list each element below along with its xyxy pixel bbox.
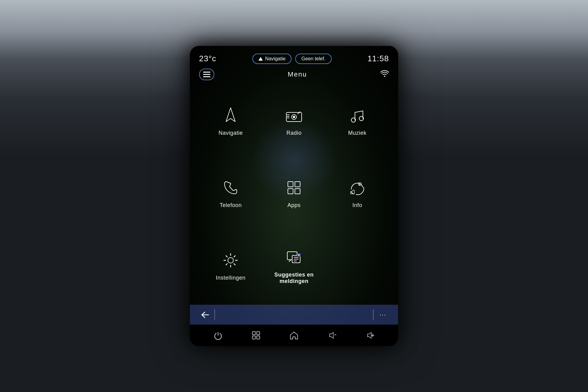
music-icon — [347, 105, 368, 126]
svg-rect-26 — [252, 336, 255, 339]
nav-arrow-icon — [258, 57, 263, 61]
svg-rect-25 — [257, 332, 260, 335]
navigatie-label: Navigatie — [219, 130, 243, 136]
more-button[interactable]: ··· — [374, 305, 392, 325]
svg-rect-27 — [257, 336, 260, 339]
muziek-label: Muziek — [348, 130, 367, 136]
menu-item-suggesties[interactable]: ! Suggesties enmeldingen — [262, 229, 326, 302]
dashboard-background: 23°c Navigatie Geen telef. 11:58 — [0, 0, 588, 392]
power-button[interactable] — [213, 331, 223, 340]
svg-rect-2 — [203, 76, 210, 77]
infotainment-screen: 23°c Navigatie Geen telef. 11:58 — [190, 46, 398, 346]
phone-button[interactable]: Geen telef. — [295, 54, 331, 64]
svg-text:!: ! — [298, 254, 299, 257]
info-icon: i — [347, 177, 368, 198]
more-dots: ··· — [379, 311, 386, 318]
svg-point-6 — [293, 116, 295, 118]
wifi-icon — [380, 70, 389, 79]
top-bar: 23°c Navigatie Geen telef. 11:58 — [190, 46, 398, 67]
menu-item-radio[interactable]: Radio — [262, 84, 326, 157]
menu-item-info[interactable]: i Info — [326, 157, 389, 229]
home-button[interactable] — [289, 331, 299, 340]
phone-icon — [220, 177, 241, 198]
apps-icon — [283, 177, 305, 198]
navigation-button[interactable]: Navigatie — [252, 54, 292, 64]
menu-item-telefoon[interactable]: Telefoon — [199, 157, 262, 229]
top-nav-buttons: Navigatie Geen telef. — [252, 54, 332, 64]
settings-icon — [220, 250, 241, 271]
menu-title: Menu — [288, 70, 307, 78]
bottom-strip: ··· — [190, 305, 398, 325]
telefoon-label: Telefoon — [220, 202, 242, 209]
main-menu-grid: Navigatie — [190, 81, 398, 305]
navigation-icon — [220, 105, 241, 126]
svg-text:i: i — [359, 183, 360, 186]
temperature-display: 23°c — [199, 54, 216, 63]
strip-middle — [215, 305, 373, 325]
svg-rect-14 — [295, 182, 300, 187]
svg-rect-13 — [288, 182, 293, 187]
instellingen-label: Instellingen — [216, 275, 246, 281]
svg-rect-15 — [288, 189, 293, 194]
radio-label: Radio — [286, 130, 302, 136]
hamburger-button[interactable] — [199, 69, 214, 80]
back-button[interactable] — [196, 305, 214, 325]
menu-item-muziek[interactable]: Muziek — [326, 84, 389, 157]
hamburger-icon — [203, 72, 210, 77]
volume-up-button[interactable] — [365, 331, 375, 340]
svg-rect-0 — [203, 72, 210, 73]
svg-point-19 — [228, 258, 233, 263]
phone-button-label: Geen telef. — [301, 56, 325, 62]
volume-down-button[interactable] — [327, 331, 337, 340]
svg-point-3 — [384, 76, 385, 77]
apps-label: Apps — [287, 202, 300, 209]
svg-rect-24 — [252, 332, 255, 335]
empty-cell — [326, 229, 389, 302]
menu-item-apps[interactable]: Apps — [262, 157, 326, 229]
navigation-button-label: Navigatie — [265, 56, 286, 62]
svg-rect-16 — [295, 189, 300, 194]
clock-display: 11:58 — [368, 54, 389, 63]
menu-item-navigatie[interactable]: Navigatie — [199, 84, 262, 157]
radio-icon — [283, 105, 305, 126]
grid-button[interactable] — [251, 331, 261, 340]
physical-buttons-bar — [190, 325, 398, 346]
notifications-icon: ! — [283, 247, 305, 268]
suggesties-label: Suggesties enmeldingen — [274, 272, 314, 285]
menu-item-instellingen[interactable]: Instellingen — [199, 229, 262, 302]
screen-content: 23°c Navigatie Geen telef. 11:58 — [190, 46, 398, 346]
info-label: Info — [352, 202, 362, 209]
second-bar: Menu — [190, 67, 398, 81]
svg-rect-1 — [203, 74, 210, 75]
